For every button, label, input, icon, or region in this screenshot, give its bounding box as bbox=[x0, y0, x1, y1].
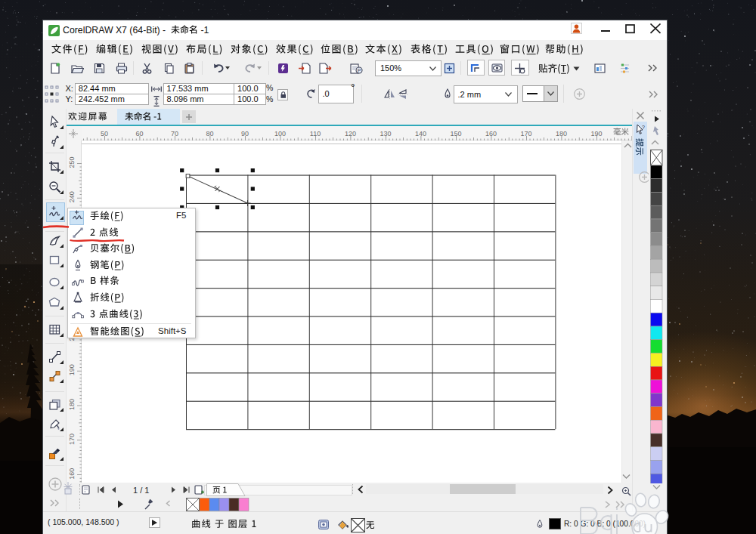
svg-text:60: 60 bbox=[135, 130, 143, 137]
svg-text:160: 160 bbox=[485, 130, 497, 137]
svg-text:120: 120 bbox=[345, 130, 356, 137]
svg-text:80: 80 bbox=[206, 130, 213, 137]
svg-text:130: 130 bbox=[380, 130, 391, 137]
svg-text:160: 160 bbox=[68, 468, 76, 480]
svg-text:?: ? bbox=[642, 125, 645, 130]
svg-text:250: 250 bbox=[68, 156, 76, 168]
svg-text:150: 150 bbox=[450, 130, 461, 137]
svg-text:190: 190 bbox=[68, 364, 76, 375]
svg-text:170: 170 bbox=[520, 130, 531, 137]
svg-text:240: 240 bbox=[68, 191, 76, 202]
svg-text:50: 50 bbox=[101, 130, 108, 137]
svg-text:P: P bbox=[357, 67, 361, 73]
svg-text:100: 100 bbox=[274, 130, 286, 137]
svg-text:180: 180 bbox=[556, 130, 567, 137]
svg-text:170: 170 bbox=[68, 434, 76, 445]
svg-text:90: 90 bbox=[241, 130, 249, 137]
svg-text:140: 140 bbox=[415, 130, 426, 137]
svg-text:180: 180 bbox=[68, 399, 76, 410]
svg-text:190: 190 bbox=[590, 130, 602, 137]
svg-text:110: 110 bbox=[310, 130, 321, 137]
svg-text:70: 70 bbox=[171, 130, 178, 137]
